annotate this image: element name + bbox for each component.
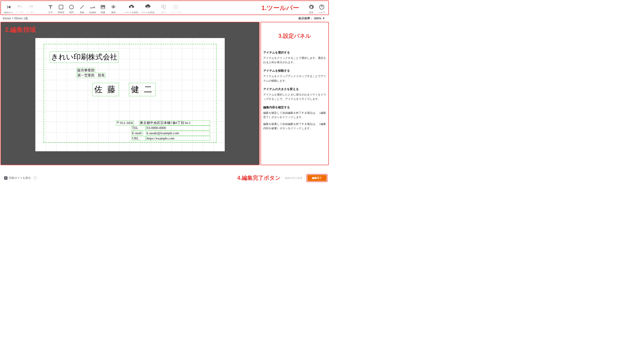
settings-label: 設定: [309, 11, 313, 14]
undo-label: 1つ戻す: [16, 11, 24, 14]
business-card[interactable]: きれい印刷株式会社 販売事業部 第一営業部 部長 佐 藤 健 二 〒012-34…: [35, 38, 225, 151]
load-part-label: パーツを読込: [141, 11, 155, 14]
align-icon: [161, 4, 166, 10]
freehand-label: 自由線: [89, 11, 96, 14]
discard-button[interactable]: 編集内容を破棄: [282, 175, 305, 181]
freehand-icon: [90, 4, 95, 10]
undo-icon: [17, 4, 23, 10]
annotation-panel: 3.設定パネル: [263, 32, 326, 40]
toolbar: 始めから 1つ戻す 1つ進む 文字 四角形 楕円 直線 自由線 画像 素材 パー…: [1, 0, 329, 15]
zoom-value[interactable]: 300% ▼: [314, 16, 325, 20]
svg-rect-7: [175, 6, 177, 8]
image-button[interactable]: 画像: [98, 2, 108, 14]
image-icon: [100, 4, 106, 10]
square-icon: [58, 4, 64, 10]
text-label: 文字: [48, 11, 53, 14]
load-part-button[interactable]: パーツを読込: [140, 2, 156, 14]
card-name2[interactable]: 健 二: [129, 83, 155, 96]
card-postal-label[interactable]: 〒012-3456: [116, 120, 134, 125]
panel-h1: アイテムを選択する: [263, 50, 326, 54]
help-label: ヘルプ: [318, 11, 325, 14]
canvas-size-label: 91mm × 55mm 1色: [3, 16, 28, 20]
material-button[interactable]: 素材: [108, 2, 119, 14]
svg-point-3: [102, 6, 102, 6]
zoom-label: 表示倍率：: [298, 16, 313, 20]
annotation-toolbar: 1.ツールバー: [261, 4, 299, 12]
group-label: グループ化: [170, 11, 181, 14]
rewind-icon: [6, 4, 12, 10]
help-button[interactable]: ヘルプ: [316, 2, 327, 14]
material-label: 素材: [111, 11, 116, 14]
panel-p3: アイテムを選択したときに表示されるツマミをドラッグすることで、アイテムをリサイズ…: [263, 92, 326, 101]
rect-button[interactable]: 四角形: [56, 2, 66, 14]
panel-p2: アイテムをドラッグアンドドロップすることでアイテムの移動します。: [263, 74, 326, 83]
card-url-val[interactable]: https://example.com: [146, 136, 210, 140]
svg-point-1: [70, 5, 73, 9]
image-label: 画像: [101, 11, 105, 14]
card-tel-label[interactable]: TEL: [132, 126, 145, 130]
text-button[interactable]: 文字: [45, 2, 56, 14]
footer: ✓ 印刷ガイドを表示 ? 4.編集完了ボタン 編集内容を破棄 編集完了: [0, 174, 329, 182]
from-start-label: 始めから: [4, 11, 13, 14]
cloud-upload-icon: [128, 4, 134, 10]
panel-h2: アイテムを移動する: [263, 69, 326, 73]
ellipse-button[interactable]: 楕円: [66, 2, 77, 14]
svg-rect-4: [161, 5, 163, 8]
cloud-download-icon: [145, 4, 151, 10]
card-postal-val[interactable]: 東京都中央区日本橋7条6丁目34-2: [139, 120, 210, 125]
freehand-button[interactable]: 自由線: [87, 2, 98, 14]
annotation-done: 4.編集完了ボタン: [237, 174, 281, 182]
done-button[interactable]: 編集完了: [307, 175, 327, 181]
card-dept1[interactable]: 販売事業部: [77, 68, 95, 73]
checkbox-icon: ✓: [4, 176, 8, 180]
card-name1[interactable]: 佐 藤: [92, 83, 119, 96]
card-url-label[interactable]: URL: [132, 136, 145, 140]
help-icon: [319, 4, 325, 10]
save-part-label: パーツを保存: [125, 11, 138, 14]
annotation-edit: 2.編集領域: [5, 26, 36, 34]
rect-label: 四角形: [58, 11, 65, 14]
panel-h4: 編集内容を確定する: [263, 105, 326, 110]
group-button[interactable]: グループ化: [169, 2, 183, 14]
card-tel-val[interactable]: 03-0000-0000: [146, 126, 210, 130]
print-guide-toggle[interactable]: ✓ 印刷ガイドを表示 ?: [4, 176, 37, 180]
save-part-button[interactable]: パーツを保存: [123, 2, 140, 14]
align-label: 整列: [161, 11, 166, 14]
line-button[interactable]: 直線: [77, 2, 87, 14]
panel-h3: アイテムの大きさを変える: [263, 87, 326, 91]
from-start-button[interactable]: 始めから: [3, 2, 15, 14]
gear-icon: [308, 4, 314, 10]
redo-button[interactable]: 1つ進む: [26, 2, 37, 14]
card-company[interactable]: きれい印刷株式会社: [50, 52, 118, 62]
text-icon: [48, 4, 54, 10]
line-icon: [79, 4, 85, 10]
align-button[interactable]: 整列: [158, 2, 169, 14]
card-dept2[interactable]: 第一営業部 部長: [77, 73, 105, 78]
settings-panel: 3.設定パネル アイテムを選択する アイテムをクリックすることで選択します。選択…: [260, 22, 329, 165]
svg-rect-5: [164, 5, 166, 9]
panel-p1: アイテムをクリックすることで選択します。選択されると枠が表示されます。: [263, 56, 326, 64]
redo-label: 1つ進む: [27, 11, 35, 14]
card-email-val[interactable]: k.sasaki@example.com: [146, 131, 210, 135]
panel-p4b: 編集を破棄して自由編集を終了する場合は、［編集内容を破棄］ボタンをクリックします…: [263, 122, 326, 130]
ellipse-label: 楕円: [69, 11, 74, 14]
status-bar: 91mm × 55mm 1色 表示倍率： 300% ▼: [0, 16, 329, 22]
lotus-icon: [110, 4, 116, 10]
edit-area[interactable]: 2.編集領域 きれい印刷株式会社 販売事業部 第一営業部 部長 佐 藤 健 二 …: [1, 22, 259, 165]
settings-button[interactable]: 設定: [306, 2, 316, 14]
circle-icon: [69, 4, 75, 10]
help-small-icon[interactable]: ?: [34, 176, 37, 180]
line-label: 直線: [80, 11, 84, 14]
card-email-label[interactable]: E-mail:: [132, 131, 143, 135]
svg-rect-0: [59, 5, 63, 9]
undo-button[interactable]: 1つ戻す: [15, 2, 26, 14]
print-guide-label: 印刷ガイドを表示: [9, 176, 31, 180]
panel-p4a: 編集を確定して自由編集を終了する場合は、［編集完了］ボタンをクリックします。: [263, 111, 326, 120]
redo-icon: [28, 4, 34, 10]
group-icon: [173, 4, 179, 10]
